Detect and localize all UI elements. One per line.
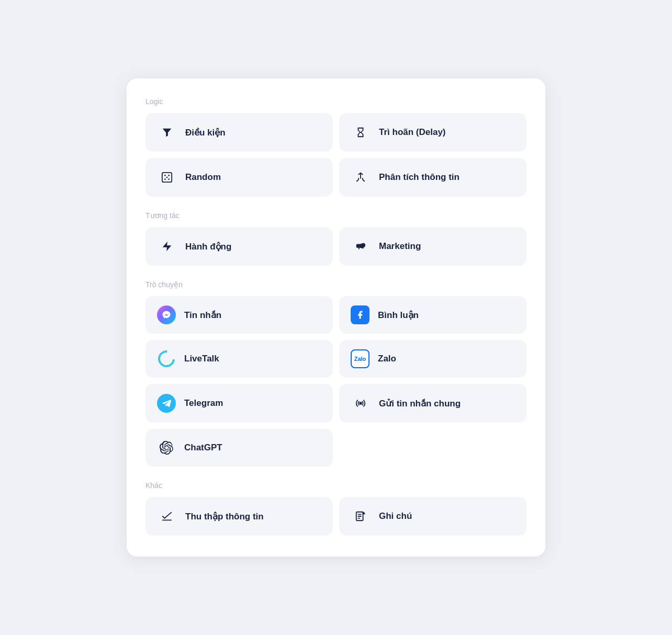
livetalk-icon bbox=[157, 349, 176, 368]
card-label-gui-tin-nhan: Gửi tin nhắn chung bbox=[379, 398, 461, 409]
card-label-telegram: Telegram bbox=[184, 398, 223, 409]
section-grid-logic: Điều kiện Trì hoãn (Delay) Random Phân t… bbox=[145, 113, 527, 197]
section-label-logic: Logic bbox=[145, 97, 527, 106]
chatgpt-icon bbox=[157, 438, 176, 457]
card-label-random: Random bbox=[185, 172, 221, 183]
messenger-icon bbox=[157, 305, 176, 324]
card-gui-tin-nhan[interactable]: Gửi tin nhắn chung bbox=[339, 384, 527, 423]
svg-point-1 bbox=[164, 175, 166, 176]
card-tri-hoan[interactable]: Trì hoãn (Delay) bbox=[339, 113, 527, 152]
section-khac: Khác Thu thập thông tin Ghi chú bbox=[145, 481, 527, 536]
card-livetalk[interactable]: LiveTalk bbox=[145, 340, 333, 378]
telegram-icon bbox=[157, 394, 176, 413]
card-random[interactable]: Random bbox=[145, 158, 333, 197]
card-label-livetalk: LiveTalk bbox=[184, 354, 219, 364]
card-dieu-kien[interactable]: Điều kiện bbox=[145, 113, 333, 152]
card-thu-thap[interactable]: Thu thập thông tin bbox=[145, 497, 333, 536]
card-label-ghi-chu: Ghi chú bbox=[379, 511, 412, 521]
card-zalo[interactable]: Zalo Zalo bbox=[339, 340, 527, 378]
card-label-hanh-dong: Hành động bbox=[185, 241, 231, 252]
svg-point-6 bbox=[359, 402, 362, 405]
section-grid-khac: Thu thập thông tin Ghi chú bbox=[145, 497, 527, 536]
card-telegram[interactable]: Telegram bbox=[145, 384, 333, 423]
section-grid-tro-chuyen: Tin nhắn Bình luận LiveTalk Zalo Zalo Te… bbox=[145, 296, 527, 467]
hourglass-icon bbox=[351, 122, 371, 142]
section-label-tuong-tac: Tương tác bbox=[145, 211, 527, 220]
card-label-binh-luan: Bình luận bbox=[378, 310, 419, 321]
section-logic: Logic Điều kiện Trì hoãn (Delay) Random … bbox=[145, 97, 527, 197]
section-label-khac: Khác bbox=[145, 481, 527, 490]
card-phan-tich[interactable]: Phân tích thông tin bbox=[339, 158, 527, 197]
zalo-icon: Zalo bbox=[351, 349, 369, 368]
svg-point-5 bbox=[166, 177, 168, 178]
main-panel: Logic Điều kiện Trì hoãn (Delay) Random … bbox=[127, 78, 545, 557]
card-chatgpt[interactable]: ChatGPT bbox=[145, 429, 333, 467]
section-label-tro-chuyen: Trò chuyện bbox=[145, 280, 527, 289]
note-icon bbox=[351, 506, 371, 526]
card-label-tin-nhan: Tin nhắn bbox=[184, 310, 221, 321]
card-label-chatgpt: ChatGPT bbox=[184, 443, 222, 453]
filter-icon bbox=[157, 122, 177, 142]
collect-icon bbox=[157, 506, 177, 526]
broadcast-icon bbox=[351, 393, 371, 413]
card-marketing[interactable]: Marketing bbox=[339, 227, 527, 266]
section-tuong-tac: Tương tác Hành động Marketing bbox=[145, 211, 527, 266]
card-binh-luan[interactable]: Bình luận bbox=[339, 296, 527, 334]
facebook-icon bbox=[351, 305, 369, 324]
card-label-zalo: Zalo bbox=[378, 354, 396, 364]
card-ghi-chu[interactable]: Ghi chú bbox=[339, 497, 527, 536]
bolt-icon bbox=[157, 236, 177, 256]
svg-point-4 bbox=[168, 178, 170, 180]
svg-point-3 bbox=[164, 178, 166, 180]
card-label-thu-thap: Thu thập thông tin bbox=[185, 511, 264, 522]
card-label-phan-tich: Phân tích thông tin bbox=[379, 172, 460, 183]
dice-icon bbox=[157, 167, 177, 187]
card-label-dieu-kien: Điều kiện bbox=[185, 127, 226, 138]
svg-point-2 bbox=[168, 175, 170, 176]
megaphone-icon bbox=[351, 236, 371, 256]
card-label-tri-hoan: Trì hoãn (Delay) bbox=[379, 127, 446, 138]
card-tin-nhan[interactable]: Tin nhắn bbox=[145, 296, 333, 334]
branch-icon bbox=[351, 167, 371, 187]
card-hanh-dong[interactable]: Hành động bbox=[145, 227, 333, 266]
section-tro-chuyen: Trò chuyện Tin nhắn Bình luận LiveTalk Z… bbox=[145, 280, 527, 467]
section-grid-tuong-tac: Hành động Marketing bbox=[145, 227, 527, 266]
card-label-marketing: Marketing bbox=[379, 241, 421, 252]
